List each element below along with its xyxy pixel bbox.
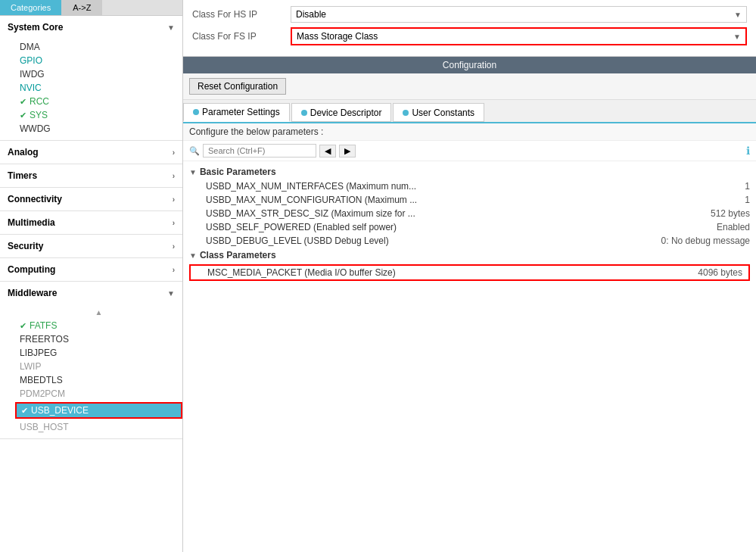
field-row-hs: Class For HS IP Disable ▼ <box>192 6 747 23</box>
check-icon: ✔ <box>21 406 28 416</box>
list-item-wwdg[interactable]: WWDG <box>15 122 182 136</box>
nav-prev-button[interactable]: ◀ <box>319 145 336 157</box>
section-analog: Analog › <box>0 141 182 164</box>
section-system-core: System Core ▼ DMA GPIO IWDG NVIC ✔ RCC ✔… <box>0 16 182 141</box>
param-row-usbd-max-num-interfaces[interactable]: USBD_MAX_NUM_INTERFACES (Maximum num... … <box>183 179 756 193</box>
tab-dot <box>403 110 409 116</box>
chevron-down-icon: ▼ <box>734 11 742 19</box>
nav-next-button[interactable]: ▶ <box>339 145 356 157</box>
params-content: ▼ Basic Parameters USBD_MAX_NUM_INTERFAC… <box>183 161 756 552</box>
chevron-right-icon: › <box>173 242 175 251</box>
chevron-right-icon: › <box>173 219 175 227</box>
chevron-down-icon: ▼ <box>167 289 175 298</box>
system-core-items: DMA GPIO IWDG NVIC ✔ RCC ✔ SYS WWDG <box>0 39 182 140</box>
chevron-right-icon: › <box>173 266 175 274</box>
fs-ip-label: Class For FS IP <box>192 31 291 42</box>
middleware-items: ▲ ✔ FATFS FREERTOS LIBJPEG LWIP MBEDTLS … <box>0 304 182 438</box>
check-icon: ✔ <box>20 321 26 331</box>
list-item-usb-host[interactable]: USB_HOST <box>15 420 182 434</box>
list-item-lwip[interactable]: LWIP <box>15 360 182 373</box>
collapse-icon: ▼ <box>189 168 197 176</box>
check-icon: ✔ <box>20 97 26 107</box>
tab-device-descriptor[interactable]: Device Descriptor <box>291 103 392 122</box>
section-multimedia: Multimedia › <box>0 211 182 235</box>
computing-header[interactable]: Computing › <box>0 258 182 281</box>
security-header[interactable]: Security › <box>0 235 182 257</box>
active-dot <box>193 109 199 115</box>
param-row-usbd-max-str-desc[interactable]: USBD_MAX_STR_DESC_SIZ (Maximum size for … <box>183 207 756 220</box>
section-connectivity: Connectivity › <box>0 188 182 211</box>
tab-dot <box>301 110 307 116</box>
list-item-sys[interactable]: ✔ SYS <box>15 108 182 122</box>
param-row-msc-media-packet[interactable]: MSC_MEDIA_PACKET (Media I/O buffer Size)… <box>191 266 748 279</box>
section-computing: Computing › <box>0 258 182 282</box>
section-security: Security › <box>0 235 182 258</box>
top-fields: Class For HS IP Disable ▼ Class For FS I… <box>183 0 756 57</box>
param-row-usbd-debug-level[interactable]: USBD_DEBUG_LEVEL (USBD Debug Level) 0: N… <box>183 234 756 248</box>
tab-categories[interactable]: Categories <box>0 0 62 15</box>
tabs-row: Parameter Settings Device Descriptor Use… <box>183 100 756 123</box>
chevron-down-icon: ▼ <box>733 33 741 41</box>
multimedia-header[interactable]: Multimedia › <box>0 211 182 234</box>
list-item-libjpeg[interactable]: LIBJPEG <box>15 346 182 360</box>
hs-ip-label: Class For HS IP <box>192 9 291 20</box>
configure-text: Configure the below parameters : <box>183 123 756 141</box>
list-item-mbedtls[interactable]: MBEDTLS <box>15 373 182 387</box>
chevron-right-icon: › <box>173 148 175 157</box>
search-input[interactable] <box>203 144 316 157</box>
fs-ip-select[interactable]: Mass Storage Class ▼ <box>291 27 747 45</box>
basic-params-header[interactable]: ▼ Basic Parameters <box>183 164 756 179</box>
config-toolbar: Reset Configuration <box>183 73 756 100</box>
list-item-usb-device[interactable]: ✔ USB_DEVICE <box>17 404 181 417</box>
list-item-freertos[interactable]: FREERTOS <box>15 332 182 346</box>
tab-parameter-settings[interactable]: Parameter Settings <box>183 103 290 122</box>
list-item-pdm2pcm[interactable]: PDM2PCM <box>15 387 182 401</box>
connectivity-header[interactable]: Connectivity › <box>0 188 182 211</box>
list-item-nvic[interactable]: NVIC <box>15 81 182 95</box>
hs-ip-select[interactable]: Disable ▼ <box>291 6 747 23</box>
config-section: Configuration Reset Configuration Parame… <box>183 57 756 552</box>
list-item-fatfs[interactable]: ✔ FATFS <box>15 319 182 332</box>
list-item-iwdg[interactable]: IWDG <box>15 67 182 81</box>
param-row-usbd-max-num-config[interactable]: USBD_MAX_NUM_CONFIGURATION (Maximum ... … <box>183 193 756 207</box>
analog-header[interactable]: Analog › <box>0 141 182 164</box>
section-timers: Timers › <box>0 164 182 188</box>
main-content: Class For HS IP Disable ▼ Class For FS I… <box>183 0 756 552</box>
list-item-gpio[interactable]: GPIO <box>15 54 182 67</box>
chevron-right-icon: › <box>173 195 175 204</box>
info-icon[interactable]: ℹ <box>746 145 750 157</box>
system-core-header[interactable]: System Core ▼ <box>0 16 182 39</box>
tab-user-constants[interactable]: User Constants <box>393 103 484 122</box>
reset-config-button[interactable]: Reset Configuration <box>189 78 286 95</box>
chevron-down-icon: ▼ <box>167 23 175 32</box>
config-header: Configuration <box>183 57 756 73</box>
sidebar: Categories A->Z System Core ▼ DMA GPIO I… <box>0 0 183 552</box>
search-icon: 🔍 <box>189 146 200 156</box>
chevron-right-icon: › <box>173 172 175 180</box>
class-params-header[interactable]: ▼ Class Parameters <box>183 248 756 263</box>
collapse-icon: ▼ <box>189 251 197 260</box>
list-item-dma[interactable]: DMA <box>15 40 182 54</box>
section-middleware: Middleware ▼ ▲ ✔ FATFS FREERTOS LIBJPEG … <box>0 282 182 439</box>
middleware-header[interactable]: Middleware ▼ <box>0 282 182 304</box>
timers-header[interactable]: Timers › <box>0 164 182 187</box>
tab-az[interactable]: A->Z <box>62 0 102 15</box>
search-row: 🔍 ◀ ▶ ℹ <box>183 141 756 161</box>
list-item-rcc[interactable]: ✔ RCC <box>15 95 182 108</box>
sidebar-tabs: Categories A->Z <box>0 0 182 16</box>
check-icon: ✔ <box>20 111 26 120</box>
param-row-usbd-self-powered[interactable]: USBD_SELF_POWERED (Enabled self power) E… <box>183 220 756 234</box>
field-row-fs: Class For FS IP Mass Storage Class ▼ <box>192 27 747 45</box>
scroll-up-arrow[interactable]: ▲ <box>15 306 182 319</box>
